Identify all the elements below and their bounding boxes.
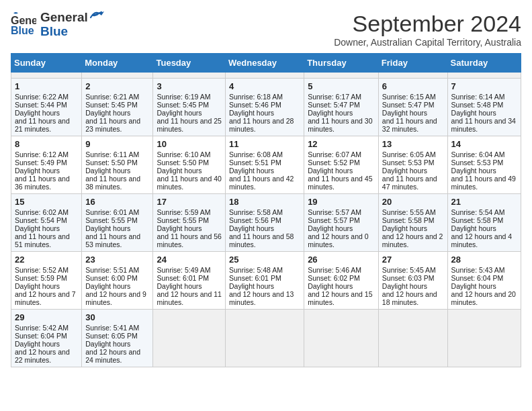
daylight-value: and 11 hours and 28 minutes. [229,117,294,133]
daylight-value: and 12 hours and 2 minutes. [382,232,443,248]
daylight-hours-label: Daylight hours [85,282,130,290]
day-number: 13 [382,139,444,149]
daylight-hours-label: Daylight hours [15,340,60,348]
sunset-info: Sunset: 5:45 PM [157,101,209,109]
daylight-hours-label: Daylight hours [382,109,427,117]
daylight-hours-label: Daylight hours [229,282,274,290]
daylight-value: and 11 hours and 45 minutes. [308,175,372,191]
day-number: 11 [229,139,300,149]
sunrise-info: Sunrise: 6:12 AM [15,150,69,158]
sunrise-info: Sunrise: 5:48 AM [229,266,283,274]
logo: General Blue General Blue [11,11,104,39]
day-number: 30 [85,312,149,322]
day-number: 22 [15,255,78,265]
daylight-value: and 11 hours and 49 minutes. [451,175,516,191]
calendar-week-row: 8Sunrise: 6:12 AMSunset: 5:49 PMDaylight… [11,136,521,194]
calendar-cell: 9Sunrise: 6:11 AMSunset: 5:50 PMDaylight… [82,136,153,194]
day-number: 24 [157,255,222,265]
sunrise-info: Sunrise: 5:46 AM [308,266,361,274]
sunset-info: Sunset: 6:03 PM [382,274,435,282]
sunset-info: Sunset: 6:04 PM [451,274,504,282]
logo-general: General [40,11,88,25]
daylight-hours-label: Daylight hours [157,224,202,232]
sunset-info: Sunset: 5:58 PM [382,216,435,224]
bird-icon: General Blue [11,12,36,38]
daylight-hours-label: Daylight hours [308,282,353,290]
daylight-hours-label: Daylight hours [15,224,60,232]
sunrise-info: Sunrise: 5:49 AM [157,266,210,274]
sunrise-info: Sunrise: 6:10 AM [157,150,210,158]
calendar-cell: 6Sunrise: 6:15 AMSunset: 5:47 PMDaylight… [378,79,447,136]
svg-text:Blue: Blue [11,25,34,36]
calendar-cell: 14Sunrise: 6:04 AMSunset: 5:53 PMDayligh… [447,136,521,194]
sunrise-info: Sunrise: 5:45 AM [382,266,436,274]
calendar-header-row: SundayMondayTuesdayWednesdayThursdayFrid… [11,54,521,73]
sunset-info: Sunset: 5:58 PM [451,216,504,224]
sunrise-info: Sunrise: 5:54 AM [451,208,505,216]
day-number: 1 [15,81,78,91]
calendar-cell: 2Sunrise: 6:21 AMSunset: 5:45 PMDaylight… [82,79,153,136]
sunset-info: Sunset: 5:51 PM [229,158,281,167]
daylight-value: and 11 hours and 36 minutes. [15,175,70,191]
page-subtitle: Downer, Australian Capital Territory, Au… [334,37,521,48]
daylight-hours-label: Daylight hours [229,167,274,175]
sunrise-info: Sunrise: 5:52 AM [15,266,69,274]
daylight-value: and 11 hours and 32 minutes. [382,117,437,133]
calendar-cell: 20Sunrise: 5:55 AMSunset: 5:58 PMDayligh… [378,194,447,252]
calendar-cell: 19Sunrise: 5:57 AMSunset: 5:57 PMDayligh… [304,194,379,252]
day-number: 2 [85,81,149,91]
sunset-info: Sunset: 5:49 PM [15,158,67,167]
calendar-cell: 28Sunrise: 5:43 AMSunset: 6:04 PMDayligh… [447,252,521,310]
sunset-info: Sunset: 5:57 PM [308,216,360,224]
daylight-hours-label: Daylight hours [382,167,427,175]
daylight-hours-label: Daylight hours [451,282,496,290]
logo-blue: Blue [40,25,104,39]
calendar-cell: 22Sunrise: 5:52 AMSunset: 5:59 PMDayligh… [11,252,82,310]
day-number: 19 [308,197,375,207]
sunrise-info: Sunrise: 6:07 AM [308,150,361,158]
sunset-info: Sunset: 6:04 PM [15,332,67,340]
calendar-week-row [11,73,521,79]
title-block: September 2024 Downer, Australian Capita… [334,11,521,48]
page-title: September 2024 [334,11,521,37]
calendar-cell: 10Sunrise: 6:10 AMSunset: 5:50 PMDayligh… [153,136,226,194]
daylight-value: and 12 hours and 24 minutes. [85,348,140,364]
daylight-hours-label: Daylight hours [308,167,353,175]
sunset-info: Sunset: 5:46 PM [229,101,281,109]
daylight-value: and 11 hours and 23 minutes. [85,117,140,133]
daylight-hours-label: Daylight hours [308,109,353,117]
daylight-value: and 11 hours and 25 minutes. [157,117,221,133]
sunset-info: Sunset: 6:02 PM [308,274,360,282]
daylight-hours-label: Daylight hours [85,340,130,348]
calendar-cell: 18Sunrise: 5:58 AMSunset: 5:56 PMDayligh… [226,194,304,252]
day-number: 27 [382,255,444,265]
calendar-cell: 13Sunrise: 6:05 AMSunset: 5:53 PMDayligh… [378,136,447,194]
daylight-value: and 11 hours and 51 minutes. [15,232,70,248]
day-number: 20 [382,197,444,207]
calendar-cell: 7Sunrise: 6:14 AMSunset: 5:48 PMDaylight… [447,79,521,136]
daylight-value: and 11 hours and 21 minutes. [15,117,70,133]
calendar-week-row: 1Sunrise: 6:22 AMSunset: 5:44 PMDaylight… [11,79,521,136]
sunrise-info: Sunrise: 6:11 AM [85,150,139,158]
daylight-value: and 11 hours and 56 minutes. [157,232,221,248]
daylight-hours-label: Daylight hours [15,282,60,290]
daylight-value: and 12 hours and 18 minutes. [382,290,437,306]
calendar-cell: 30Sunrise: 5:41 AMSunset: 6:05 PMDayligh… [82,310,153,367]
day-number: 8 [15,139,78,149]
day-number: 14 [451,139,517,149]
sunrise-info: Sunrise: 5:58 AM [229,208,283,216]
sunrise-info: Sunrise: 5:42 AM [15,324,69,332]
calendar-cell: 27Sunrise: 5:45 AMSunset: 6:03 PMDayligh… [378,252,447,310]
calendar-cell: 8Sunrise: 6:12 AMSunset: 5:49 PMDaylight… [11,136,82,194]
day-number: 26 [308,255,375,265]
day-number: 7 [451,81,517,91]
day-number: 17 [157,197,222,207]
day-number: 18 [229,197,300,207]
header-monday: Monday [82,54,153,73]
daylight-value: and 12 hours and 4 minutes. [451,232,513,248]
sunrise-info: Sunrise: 6:05 AM [382,150,436,158]
calendar-cell [82,73,153,79]
daylight-value: and 11 hours and 58 minutes. [229,232,294,248]
calendar-cell [226,310,304,367]
daylight-value: and 12 hours and 0 minutes. [308,232,369,248]
